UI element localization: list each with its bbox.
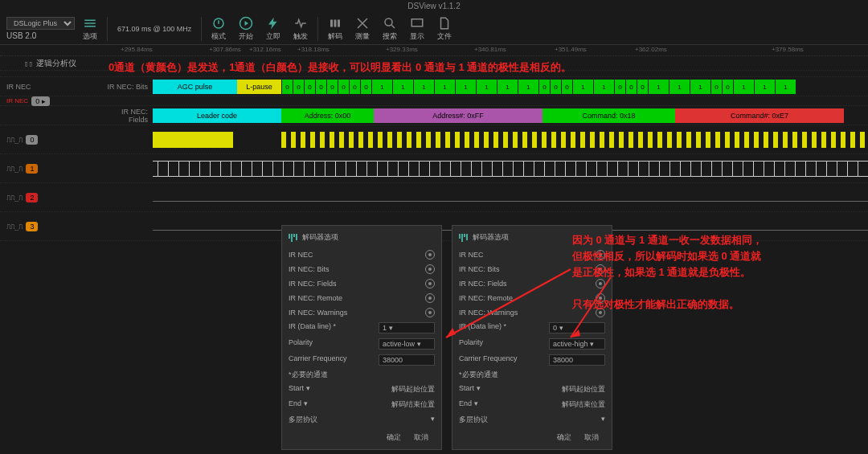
decoder-item-row[interactable]: IR NEC: Remote (289, 291, 435, 305)
bit-segment: 0 (625, 80, 637, 94)
bit-segment: 0 (637, 80, 648, 94)
bit-segment: 0 (360, 80, 371, 94)
annotation-right-3: 是正极性，如果选 1 通道就是负极性。 (572, 265, 751, 280)
bit-segment: 0 (326, 80, 338, 94)
start-button[interactable]: 开始 (234, 16, 258, 42)
device-select[interactable]: DSLogic Plus (6, 17, 75, 30)
channel-1-label[interactable]: ⎍⎍_⎍ 1 (0, 164, 104, 174)
bit-segment: 1 (775, 80, 796, 94)
bit-segment: 1 (392, 80, 413, 94)
bit-segment: 1 (434, 80, 455, 94)
lpause-segment: L-pause (237, 80, 281, 94)
decoder-item-row[interactable]: IR NEC (289, 247, 435, 262)
cancel-button-1[interactable]: 取消 (407, 432, 435, 443)
address-segment: Address: 0x00 (281, 108, 374, 123)
measure-button[interactable]: 测量 (350, 16, 375, 42)
leader-segment: Leader code (153, 108, 281, 123)
carrier-input-2[interactable]: 38000 (549, 354, 605, 366)
time-tick: 351.49ms (555, 46, 587, 53)
bit-segment: 0 (550, 80, 561, 94)
svg-rect-6 (411, 18, 423, 26)
bit-segment: 1 (497, 80, 518, 94)
visibility-toggle-icon[interactable] (425, 293, 435, 303)
bit-segment: 0 (281, 80, 293, 94)
bit-segment: 0 (561, 80, 572, 94)
dataline-select-1[interactable]: 1 ▾ (379, 322, 435, 333)
command-n-segment: Command#: 0xE7 (675, 108, 844, 123)
channel-0-waveform (153, 125, 868, 153)
visibility-toggle-icon[interactable] (425, 250, 435, 260)
time-tick: 318.18ms (297, 46, 330, 53)
trigger-button[interactable]: 触发 (289, 16, 313, 42)
bit-segment: 1 (476, 80, 497, 94)
timeline-ruler: 295.84ms307.86ms312.16ms318.18ms329.33ms… (0, 45, 868, 56)
bit-segment: 0 (338, 80, 349, 94)
bit-segment: 1 (371, 80, 392, 94)
channel-0-label[interactable]: ⎍⎍_⎍ 0 (0, 135, 104, 145)
analyzer-label: ▯▯逻辑分析仪 (0, 58, 76, 69)
channel-2-label[interactable]: ⎍⎍_⎍ 2 (0, 193, 104, 202)
annotation-right-2: 但极性相反，所以解码时如果选 0 通道就 (572, 249, 761, 264)
visibility-toggle-icon[interactable] (425, 264, 435, 274)
bit-segment: 0 (315, 80, 326, 94)
arrow-annotation (438, 265, 575, 346)
time-tick: 362.02ms (635, 46, 667, 53)
ok-button-1[interactable]: 确定 (380, 432, 407, 443)
bit-segment: 0 (710, 80, 722, 94)
options-button[interactable]: 选项 (78, 16, 102, 42)
ok-button-2[interactable]: 确定 (551, 432, 578, 443)
time-tick: 329.33ms (386, 46, 418, 53)
annotation-top: 0通道（黄颜色）是发送，1通道（白颜色）是接收，可以明显看出 0 通道与 1 通… (108, 60, 768, 75)
decoder-options-dialog-1: 解码器选项 IR NECIR NEC: BitsIR NEC: FieldsIR… (281, 225, 442, 450)
display-button[interactable]: 显示 (405, 16, 429, 42)
carrier-input-1[interactable]: 38000 (379, 354, 435, 366)
bit-segment: 0 (304, 80, 315, 94)
bit-segment: 0 (293, 80, 304, 94)
time-tick: 295.84ms (121, 46, 153, 53)
bits-track: AGC pulse L-pause 0000000011111111000110… (153, 77, 868, 96)
svg-point-5 (385, 18, 392, 26)
cancel-button-2[interactable]: 取消 (578, 432, 605, 443)
annotation-right-1: 因为 0 通道与 1 通道一收一发数据相同， (572, 233, 763, 247)
agc-segment: AGC pulse (153, 80, 237, 94)
decoder-item-row[interactable]: IR NEC: Fields (289, 276, 435, 291)
ir-decoder-label: IR NEC (0, 83, 104, 91)
svg-rect-2 (330, 19, 333, 27)
file-button[interactable]: 文件 (432, 16, 457, 42)
bit-segment: 1 (593, 80, 614, 94)
bit-segment: 1 (413, 80, 434, 94)
instant-button[interactable]: 立即 (261, 16, 285, 42)
decoder-item-row[interactable]: IR NEC: Warnings (289, 305, 435, 320)
polarity-select-1[interactable]: active-low ▾ (379, 338, 435, 350)
channel-3-label[interactable]: ⎍⎍_⎍ 3 (0, 222, 104, 231)
svg-rect-3 (334, 19, 337, 27)
bit-segment: 0 (349, 80, 360, 94)
bit-segment: 0 (614, 80, 625, 94)
visibility-toggle-icon[interactable] (425, 279, 435, 288)
channel-2-waveform (153, 183, 868, 211)
decode-button[interactable]: 解码 (323, 16, 347, 42)
decoder-item-row[interactable]: IR NEC: Bits (289, 262, 435, 276)
time-tick: 379.58ms (772, 46, 804, 53)
usb-label: USB 2.0 (6, 31, 75, 40)
visibility-toggle-icon[interactable] (425, 308, 435, 317)
mode-button[interactable]: 模式 (207, 16, 231, 42)
bit-segment: 1 (572, 80, 593, 94)
title-bar: DSView v1.1.2 (0, 0, 868, 13)
bit-segment: 1 (690, 80, 710, 94)
bit-segment: 0 (538, 80, 550, 94)
toolbar: DSLogic Plus USB 2.0 选项 671.09 ms @ 100 … (0, 13, 868, 45)
address-n-segment: Address#: 0xFF (374, 108, 542, 123)
time-tick: 340.81ms (474, 46, 506, 53)
search-button[interactable]: 搜索 (378, 16, 402, 42)
bit-segment: 0 (722, 80, 733, 94)
bit-segment: 1 (733, 80, 754, 94)
bit-segment: 1 (669, 80, 690, 94)
time-tick: 307.86ms (209, 46, 241, 53)
ir-nec-sidebar: IR NEC 0 ▸ (0, 96, 104, 106)
bit-segment: 1 (648, 80, 669, 94)
channel-1-waveform (153, 154, 868, 182)
time-tick: 312.16ms (249, 46, 281, 53)
sample-info: 671.09 ms @ 100 MHz (113, 25, 196, 33)
fields-track: Leader code Address: 0x00 Address#: 0xFF… (153, 106, 868, 125)
